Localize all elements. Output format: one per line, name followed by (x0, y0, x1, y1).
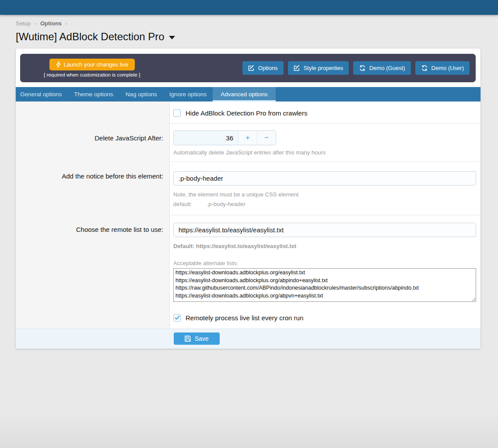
style-properties-button-label: Style properties (304, 65, 343, 71)
edit-icon (294, 65, 300, 71)
cron-process-label: Remotely process live list every cron ru… (186, 314, 303, 322)
options-tab-bar: General options Theme options Nag option… (16, 87, 480, 102)
demo-user-button-label: Demo (User) (431, 65, 464, 71)
row-delete-javascript: Delete JavaScript After: + − Automatical… (16, 124, 480, 162)
hide-from-crawlers-checkbox[interactable] (173, 109, 181, 117)
notice-element-input[interactable] (173, 171, 476, 186)
tab-theme-options[interactable]: Theme options (68, 87, 119, 102)
edit-icon (248, 65, 255, 71)
breadcrumb-separator-icon: › (66, 21, 67, 27)
launch-group: Launch your changes live [ required when… (44, 59, 140, 77)
delete-javascript-hint: Automatically delete JavaScript entries … (173, 149, 476, 156)
save-icon (185, 336, 191, 342)
save-button-label: Save (195, 335, 209, 342)
page-title-text: [Wutime] AdBlock Detection Pro (16, 31, 165, 43)
breadcrumb-separator-icon: › (35, 21, 36, 27)
tab-ignore-options[interactable]: Ignore options (163, 87, 213, 102)
breadcrumb-item-setup[interactable]: Setup (16, 20, 31, 27)
panel-footer: Save (16, 329, 480, 349)
hide-from-crawlers-label: Hide AdBlock Detection Pro from crawlers (186, 109, 307, 117)
remote-list-label: Choose the remote list to use: (16, 215, 170, 329)
notice-element-hint: Note, the element must be a unique CSS e… (173, 191, 476, 198)
delete-javascript-input[interactable] (174, 131, 238, 145)
breadcrumb: Setup › Options › (16, 20, 482, 27)
row-hide-from-crawlers: Hide AdBlock Detection Pro from crawlers (16, 102, 480, 124)
notice-default-label: default: (173, 201, 192, 207)
sync-icon (359, 65, 366, 71)
sync-icon (421, 65, 428, 71)
toolbar-buttons: Options Style properties Demo (Guest) (242, 61, 470, 75)
tab-general-options[interactable]: General options (16, 87, 68, 102)
row-notice-element: Add the notice before this element: Note… (16, 162, 480, 215)
options-panel: Launch your changes live [ required when… (16, 49, 480, 349)
stepper-minus-button[interactable]: − (257, 131, 276, 145)
demo-guest-button-label: Demo (Guest) (369, 65, 405, 71)
delete-javascript-label: Delete JavaScript After: (16, 124, 170, 162)
notice-element-label: Add the notice before this element: (16, 162, 170, 215)
tab-advanced-options[interactable]: Advanced options (213, 87, 275, 102)
cron-process-checkbox[interactable] (173, 314, 181, 322)
demo-guest-button[interactable]: Demo (Guest) (353, 61, 411, 75)
delete-javascript-stepper: + − (173, 130, 276, 145)
alternate-lists-textarea[interactable]: https://easylist-downloads.adblockplus.o… (173, 268, 476, 302)
stepper-plus-button[interactable]: + (238, 131, 257, 145)
launch-required-note: [ required when customization is complet… (44, 72, 140, 77)
tab-nag-options[interactable]: Nag options (119, 87, 163, 102)
launch-changes-button[interactable]: Launch your changes live (49, 59, 135, 70)
addon-toolbar: Launch your changes live [ required when… (20, 54, 476, 82)
breadcrumb-item-options[interactable]: Options (40, 20, 62, 27)
notice-default-value: .p-body-header (207, 201, 245, 207)
lightning-icon (56, 61, 61, 68)
addon-toolbar-wrap: Launch your changes live [ required when… (16, 49, 480, 87)
options-button[interactable]: Options (242, 61, 284, 75)
alternate-lists-label: Acceptable alternate lists: (173, 260, 476, 266)
admin-header-bar (0, 0, 498, 15)
row-remote-list: Choose the remote list to use: Default: … (16, 215, 480, 329)
page-title: [Wutime] AdBlock Detection Pro (16, 31, 482, 43)
title-dropdown-icon[interactable] (169, 36, 175, 39)
style-properties-button[interactable]: Style properties (288, 61, 349, 75)
demo-user-button[interactable]: Demo (User) (415, 61, 470, 75)
options-button-label: Options (258, 65, 278, 71)
save-button[interactable]: Save (174, 332, 220, 345)
launch-changes-label: Launch your changes live (64, 61, 128, 68)
remote-list-default-hint: Default: https://easylist.to/easylist/ea… (173, 243, 476, 249)
remote-list-input[interactable] (173, 223, 476, 237)
